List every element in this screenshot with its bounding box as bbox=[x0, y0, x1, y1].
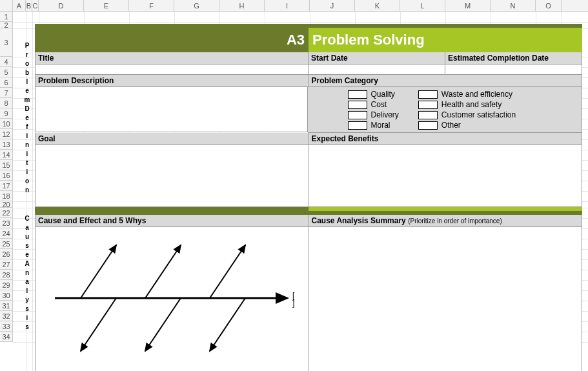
label-cause-effect: Cause and Effect and 5 Whys bbox=[35, 215, 309, 227]
label-est-completion: Estimated Completion Date bbox=[445, 52, 582, 65]
category-customer-satisfaction: Customer satisfaction bbox=[418, 110, 516, 119]
row-header-7[interactable]: 7 bbox=[0, 88, 12, 98]
svg-line-1 bbox=[81, 245, 116, 298]
row-header-25[interactable]: 25 bbox=[0, 239, 12, 249]
fishbone-area[interactable]: [ ] bbox=[35, 227, 309, 371]
svg-line-2 bbox=[145, 245, 181, 298]
category-moral: Moral bbox=[348, 121, 399, 130]
header-right: Problem Solving bbox=[309, 28, 582, 52]
category-label: Health and safety bbox=[441, 100, 502, 109]
label-start-date: Start Date bbox=[309, 52, 445, 65]
row-header-6[interactable]: 6 bbox=[0, 77, 12, 88]
col-header-K[interactable]: K bbox=[355, 0, 400, 11]
input-problem-description[interactable] bbox=[35, 87, 308, 132]
row-header-17[interactable]: 17 bbox=[0, 181, 12, 191]
category-label: Customer satisfaction bbox=[441, 110, 516, 119]
col-header-M[interactable]: M bbox=[445, 0, 491, 11]
category-checkbox[interactable] bbox=[348, 101, 367, 109]
row-header-4[interactable]: 4 bbox=[0, 57, 12, 67]
category-label: Cost bbox=[371, 100, 387, 109]
problem-category-area: QualityCostDeliveryMoral Waste and effic… bbox=[308, 87, 583, 133]
row-header-2[interactable]: 2 bbox=[0, 22, 12, 28]
row-header-27[interactable]: 27 bbox=[0, 259, 12, 270]
col-header-L[interactable]: L bbox=[400, 0, 445, 11]
svg-line-6 bbox=[210, 298, 245, 351]
row-header-26[interactable]: 26 bbox=[0, 249, 12, 259]
fishbone-diagram-icon bbox=[42, 234, 300, 363]
col-header-E[interactable]: E bbox=[84, 0, 129, 11]
col-header-J[interactable]: J bbox=[310, 0, 355, 11]
row-header-16[interactable]: 16 bbox=[0, 170, 12, 181]
side-label-cause-analysis: C a u s e A n a l y s i s bbox=[22, 214, 32, 332]
label-title: Title bbox=[35, 52, 309, 65]
label-problem-description: Problem Description bbox=[35, 75, 309, 87]
row-header-5[interactable]: 5 bbox=[0, 67, 12, 77]
row-header-1[interactable]: 1 bbox=[0, 12, 12, 22]
category-delivery: Delivery bbox=[348, 110, 399, 119]
svg-line-3 bbox=[210, 245, 245, 298]
category-checkbox[interactable] bbox=[348, 111, 367, 119]
col-header-N[interactable]: N bbox=[491, 0, 536, 11]
row-headers: 1234567891012131415161718202223242526272… bbox=[0, 12, 13, 342]
row-header-12[interactable]: 12 bbox=[0, 129, 12, 139]
input-start-date[interactable] bbox=[309, 65, 445, 75]
col-header-A[interactable]: A bbox=[13, 0, 26, 11]
col-header-D[interactable]: D bbox=[39, 0, 84, 11]
problem-definition-block: A3 Problem Solving Title Start Date Esti… bbox=[35, 24, 582, 211]
svg-line-4 bbox=[81, 298, 116, 351]
row-header-13[interactable]: 13 bbox=[0, 139, 12, 150]
row-header-24[interactable]: 24 bbox=[0, 228, 12, 239]
category-cost: Cost bbox=[348, 100, 399, 109]
category-label: Other bbox=[441, 121, 461, 130]
column-headers: ABCDEFGHIJKLMNO bbox=[0, 0, 588, 12]
row-header-14[interactable]: 14 bbox=[0, 150, 12, 160]
label-problem-category: Problem Category bbox=[309, 75, 583, 87]
row-header-15[interactable]: 15 bbox=[0, 160, 12, 170]
col-header-H[interactable]: H bbox=[219, 0, 265, 11]
col-header-O[interactable]: O bbox=[536, 0, 562, 11]
header-left: A3 bbox=[35, 28, 309, 52]
category-checkbox[interactable] bbox=[418, 101, 438, 109]
row-header-10[interactable]: 10 bbox=[0, 119, 12, 129]
input-goal[interactable] bbox=[35, 145, 309, 207]
label-cause-summary-text: Cause Analysis Summary bbox=[312, 216, 406, 225]
row-header-33[interactable]: 33 bbox=[0, 321, 12, 332]
row-header-31[interactable]: 31 bbox=[0, 301, 12, 311]
col-header-F[interactable]: F bbox=[129, 0, 174, 11]
category-checkbox[interactable] bbox=[418, 111, 438, 119]
col-header-C[interactable]: C bbox=[32, 0, 39, 11]
category-label: Moral bbox=[371, 121, 390, 130]
category-waste-and-efficiency: Waste and efficiency bbox=[418, 90, 516, 99]
row-header-8[interactable]: 8 bbox=[0, 98, 12, 108]
row-header-20[interactable]: 20 bbox=[0, 201, 12, 208]
category-label: Quality bbox=[371, 90, 395, 99]
row-header-28[interactable]: 28 bbox=[0, 270, 12, 280]
input-expected-benefits[interactable] bbox=[309, 145, 583, 207]
label-goal: Goal bbox=[35, 133, 309, 145]
row-header-29[interactable]: 29 bbox=[0, 280, 12, 290]
spreadsheet: ABCDEFGHIJKLMNO 123456789101213141516171… bbox=[0, 0, 588, 371]
col-header-I[interactable]: I bbox=[265, 0, 310, 11]
col-header-B[interactable]: B bbox=[26, 0, 32, 11]
row-header-3[interactable]: 3 bbox=[0, 28, 12, 57]
category-checkbox[interactable] bbox=[418, 90, 438, 99]
row-header-30[interactable]: 30 bbox=[0, 290, 12, 301]
bracket-close: ] bbox=[292, 299, 294, 307]
row-header-23[interactable]: 23 bbox=[0, 218, 12, 228]
row-header-9[interactable]: 9 bbox=[0, 108, 12, 119]
category-checkbox[interactable] bbox=[348, 90, 367, 99]
input-est-completion[interactable] bbox=[445, 65, 582, 75]
input-cause-summary[interactable] bbox=[309, 227, 582, 371]
category-checkbox[interactable] bbox=[418, 121, 438, 130]
row-header-34[interactable]: 34 bbox=[0, 332, 12, 342]
row-header-22[interactable]: 22 bbox=[0, 208, 12, 218]
row-header-32[interactable]: 32 bbox=[0, 311, 12, 321]
category-label: Delivery bbox=[371, 110, 399, 119]
category-label: Waste and efficiency bbox=[441, 90, 512, 99]
col-header-G[interactable]: G bbox=[174, 0, 219, 11]
row-header-18[interactable]: 18 bbox=[0, 191, 12, 201]
side-label-problem-definition: P r o b l e m D e f i n i t i o n bbox=[22, 41, 32, 195]
sheet-content: P r o b l e m D e f i n i t i o n C a u … bbox=[13, 12, 588, 371]
category-checkbox[interactable] bbox=[348, 121, 367, 130]
input-title[interactable] bbox=[35, 65, 309, 75]
